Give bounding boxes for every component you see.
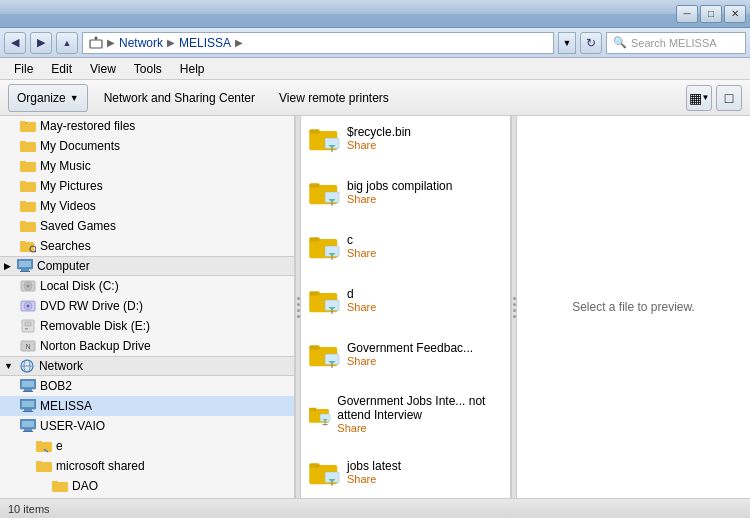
svg-rect-43 [22, 401, 34, 407]
hide-preview-button[interactable]: □ [716, 85, 742, 111]
list-item[interactable]: $recycle.bin Share [301, 120, 510, 174]
list-item[interactable]: jobs latest Share [301, 454, 510, 498]
sidebar-label: microsoft shared [56, 459, 145, 473]
list-item[interactable]: d Share [301, 282, 510, 336]
sidebar-item-saved-games[interactable]: Saved Games [0, 216, 294, 236]
close-button[interactable]: ✕ [724, 5, 746, 23]
sidebar-item-may-restored[interactable]: May-restored files [0, 116, 294, 136]
svg-rect-22 [21, 269, 29, 271]
computer-icon [17, 259, 33, 273]
toolbar: Organize ▼ Network and Sharing Center Vi… [0, 80, 750, 116]
file-share[interactable]: Share [347, 355, 473, 367]
path-network[interactable]: Network [119, 36, 163, 50]
svg-rect-90 [309, 408, 316, 411]
file-share[interactable]: Share [347, 193, 452, 205]
path-melissa[interactable]: MELISSA [179, 36, 231, 50]
sidebar-item-my-music[interactable]: My Music [0, 156, 294, 176]
sidebar-item-dao[interactable]: DAO [0, 476, 294, 496]
preview-text: Select a file to preview. [572, 300, 695, 314]
file-name: big jobs compilation [347, 179, 452, 193]
divider-dots [297, 297, 300, 318]
sidebar-item-norton-backup[interactable]: N Norton Backup Drive [0, 336, 294, 356]
preview-pane: Select a file to preview. [517, 116, 750, 498]
sidebar-label: My Pictures [40, 179, 103, 193]
address-bar: ◀ ▶ ▲ ▶ Network ▶ MELISSA ▶ ▼ ↻ 🔍 Search… [0, 28, 750, 58]
address-path[interactable]: ▶ Network ▶ MELISSA ▶ [82, 32, 554, 54]
list-item[interactable]: c Share [301, 228, 510, 282]
status-bar: 10 items [0, 498, 750, 518]
menu-tools[interactable]: Tools [126, 60, 170, 78]
sidebar-item-my-videos[interactable]: My Videos [0, 196, 294, 216]
sidebar-label: MELISSA [40, 399, 92, 413]
folder-icon [20, 219, 36, 233]
svg-point-26 [27, 285, 30, 288]
file-name: Government Jobs Inte... not attend Inter… [337, 394, 502, 422]
title-bar: ─ □ ✕ [0, 0, 750, 28]
maximize-button[interactable]: □ [700, 5, 722, 23]
list-item[interactable]: big jobs compilation Share [301, 174, 510, 228]
file-share[interactable]: Share [337, 422, 502, 434]
svg-rect-93 [323, 424, 328, 425]
svg-rect-13 [20, 201, 26, 204]
folder-icon [20, 139, 36, 153]
network-folder-icon [309, 458, 341, 486]
file-share[interactable]: Share [347, 139, 411, 151]
svg-rect-17 [20, 241, 26, 244]
shared-folder-icon [36, 459, 52, 473]
network-folder-icon [309, 232, 341, 260]
svg-point-29 [27, 305, 30, 308]
sidebar-item-computer[interactable]: ▶ Computer [0, 256, 294, 276]
dvd-icon [20, 299, 36, 313]
remote-printers-button[interactable]: View remote printers [271, 84, 397, 112]
minimize-button[interactable]: ─ [676, 5, 698, 23]
up-button[interactable]: ▲ [56, 32, 78, 54]
sidebar-item-network[interactable]: ▼ Network [0, 356, 294, 376]
sidebar-item-e-folder[interactable]: e [0, 436, 294, 456]
menu-view[interactable]: View [82, 60, 124, 78]
file-name: c [347, 233, 376, 247]
refresh-button[interactable]: ↻ [580, 32, 602, 54]
sidebar-item-melissa[interactable]: MELISSA [0, 396, 294, 416]
list-item[interactable]: Government Jobs Inte... not attend Inter… [301, 390, 510, 454]
svg-rect-23 [20, 271, 30, 272]
menu-file[interactable]: File [6, 60, 41, 78]
sidebar-item-dw[interactable]: DW [0, 496, 294, 498]
view-options-button[interactable]: ▦ ▼ [686, 85, 712, 111]
file-share[interactable]: Share [347, 301, 376, 313]
sidebar-item-searches[interactable]: Searches [0, 236, 294, 256]
svg-rect-9 [20, 161, 26, 164]
sidebar-item-my-pictures[interactable]: My Pictures [0, 176, 294, 196]
toolbar-right: ▦ ▼ □ [686, 85, 742, 111]
divider-dots [513, 297, 516, 318]
back-button[interactable]: ◀ [4, 32, 26, 54]
sidebar-item-bob2[interactable]: BOB2 [0, 376, 294, 396]
computer-net-icon [20, 399, 36, 413]
sidebar-item-removable-disk[interactable]: Removable Disk (E:) [0, 316, 294, 336]
chevron-icon: ▶ [4, 261, 11, 271]
file-share[interactable]: Share [347, 473, 401, 485]
sidebar-label: e [56, 439, 63, 453]
search-icon: 🔍 [613, 36, 627, 49]
network-sharing-button[interactable]: Network and Sharing Center [96, 84, 263, 112]
view-icon: ▦ [689, 90, 702, 106]
sidebar-item-local-disk[interactable]: Local Disk (C:) [0, 276, 294, 296]
address-dropdown[interactable]: ▼ [558, 32, 576, 54]
search-box[interactable]: 🔍 Search MELISSA [606, 32, 746, 54]
sidebar-label: Network [39, 359, 83, 373]
sidebar-item-user-vaio[interactable]: USER-VAIO [0, 416, 294, 436]
sidebar: May-restored files My Documents My Music… [0, 116, 295, 498]
sidebar-label: DVD RW Drive (D:) [40, 299, 143, 313]
sidebar-label: Norton Backup Drive [40, 339, 151, 353]
sidebar-item-dvd-drive[interactable]: DVD RW Drive (D:) [0, 296, 294, 316]
sidebar-item-my-documents[interactable]: My Documents [0, 136, 294, 156]
list-item[interactable]: Government Feedbac... Share [301, 336, 510, 390]
forward-button[interactable]: ▶ [30, 32, 52, 54]
sidebar-item-microsoft-shared[interactable]: microsoft shared [0, 456, 294, 476]
svg-rect-78 [309, 291, 320, 295]
organize-button[interactable]: Organize ▼ [8, 84, 88, 112]
file-share[interactable]: Share [347, 247, 376, 259]
menu-edit[interactable]: Edit [43, 60, 80, 78]
svg-rect-31 [25, 322, 31, 326]
menu-help[interactable]: Help [172, 60, 213, 78]
search-placeholder: Search MELISSA [631, 37, 717, 49]
